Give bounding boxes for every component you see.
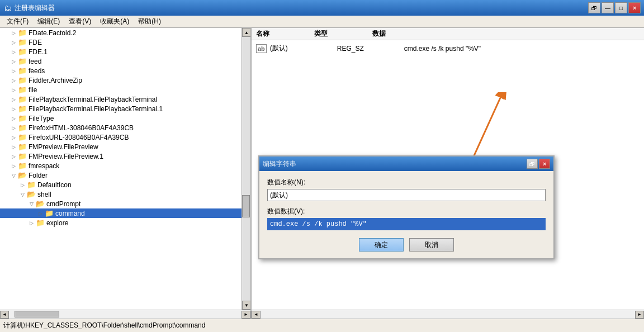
folder-icon: 📁	[18, 57, 27, 65]
status-bar: 计算机\HKEY_CLASSES_ROOT\Folder\shell\cmdPr…	[0, 319, 644, 332]
registry-entry[interactable]: ab (默认) REG_SZ cmd.exe /s /k pushd "%V"	[256, 42, 640, 54]
tree-item-fdatefactoid2[interactable]: ▷ 📁 FDate.Factoid.2	[0, 28, 242, 37]
tree-item-label: Folder	[29, 172, 48, 179]
folder-icon: 📁	[27, 181, 36, 189]
tree-item-fmpreview2[interactable]: ▷ 📁 FMPreview.FilePreview.1	[0, 151, 242, 161]
folder-open-icon: 📂	[27, 190, 36, 198]
menu-favorites[interactable]: 收藏夹(A)	[96, 16, 134, 27]
tree-arrow: ▷	[9, 135, 18, 140]
folder-icon: 📁	[18, 76, 27, 84]
tree-arrow-expanded: ▽	[9, 173, 18, 178]
close-button[interactable]: ✕	[628, 2, 641, 13]
tree-item-feeds[interactable]: ▷ 📁 feeds	[0, 66, 242, 75]
tree-item-label: file	[29, 86, 37, 94]
folder-icon: 📁	[18, 162, 27, 170]
folder-icon: 📁	[18, 48, 27, 56]
right-horizontal-scrollbar[interactable]: ◄ ►	[252, 310, 644, 319]
tree-arrow: ▷	[36, 211, 45, 216]
scroll-up-button[interactable]: ▲	[242, 28, 250, 37]
dialog-cancel-button[interactable]: 取消	[409, 238, 454, 252]
tree-item-fiddler[interactable]: ▷ 📁 Fiddler.ArchiveZip	[0, 75, 242, 85]
tree-arrow: ▷	[27, 220, 36, 226]
folder-icon: 📁	[18, 133, 27, 141]
tree-pane: ▷ 📁 FDate.Factoid.2 ▷ 📁 FDE ▷ 📁 FDE.1	[0, 28, 252, 319]
scroll-right-button[interactable]: ►	[635, 311, 644, 319]
tree-arrow: ▷	[9, 87, 18, 93]
scroll-down-button[interactable]: ▼	[242, 301, 250, 310]
dialog-confirm-button[interactable]: 确定	[359, 238, 404, 252]
tree-arrow: ▷	[9, 30, 18, 36]
tree-arrow: ▷	[9, 78, 18, 83]
edit-string-dialog: 编辑字符串 🗗 ✕ 数值名称(N): 数值数据(V): 确定 取消	[258, 155, 555, 259]
scroll-left-button[interactable]: ◄	[252, 311, 261, 319]
minimize-button[interactable]: —	[602, 2, 614, 13]
tree-item-label: FilePlaybackTerminal.FilePlaybackTermina…	[29, 96, 157, 103]
tree-arrow: ▷	[9, 49, 18, 55]
tree-arrow: ▷	[9, 68, 18, 74]
tree-item-file[interactable]: ▷ 📁 file	[0, 85, 242, 94]
reg-entry-type: REG_SZ	[337, 45, 404, 53]
dialog-data-input[interactable]	[267, 218, 546, 230]
folder-open-icon: 📂	[36, 200, 45, 208]
tree-item-explore[interactable]: ▷ 📁 explore	[0, 218, 242, 227]
app-icon: 🗂	[3, 3, 12, 12]
menu-view[interactable]: 查看(V)	[64, 16, 96, 27]
tree-item-label: cmdPrompt	[46, 200, 80, 208]
menu-file[interactable]: 文件(F)	[2, 16, 33, 27]
window-title: 注册表编辑器	[15, 3, 588, 13]
tree-item-label: FMPreview.FilePreview.1	[29, 153, 103, 160]
maximize-button[interactable]: □	[615, 2, 627, 13]
tree-item-label: Fiddler.ArchiveZip	[29, 77, 82, 84]
tree-item-fde1[interactable]: ▷ 📁 FDE.1	[0, 47, 242, 56]
tree-item-label: feed	[29, 58, 41, 65]
tree-item-firefoxurl[interactable]: ▷ 📁 FirefoxURL-308046B0AF4A39CB	[0, 132, 242, 142]
tree-arrow: ▷	[9, 154, 18, 159]
tree-item-feed[interactable]: ▷ 📁 feed	[0, 56, 242, 66]
tree-item-folder[interactable]: ▽ 📂 Folder	[0, 170, 242, 180]
tree-arrow: ▷	[9, 116, 18, 121]
tree-item-firefoxhtml[interactable]: ▷ 📁 FirefoxHTML-308046B0AF4A39CB	[0, 123, 242, 132]
tree-item-filetype[interactable]: ▷ 📁 FileType	[0, 113, 242, 123]
dialog-restore-button[interactable]: 🗗	[527, 159, 538, 169]
dialog-name-input[interactable]	[267, 189, 546, 201]
tree-item-fileplayback1[interactable]: ▷ 📁 FilePlaybackTerminal.FilePlaybackTer…	[0, 94, 242, 104]
tree-item-shell[interactable]: ▽ 📂 shell	[0, 189, 242, 199]
menu-help[interactable]: 帮助(H)	[134, 16, 165, 27]
dialog-title-bar: 编辑字符串 🗗 ✕	[259, 156, 553, 171]
tree-item-cmdprompt[interactable]: ▽ 📂 cmdPrompt	[0, 199, 242, 208]
dialog-close-button[interactable]: ✕	[539, 159, 550, 169]
tree-item-fmrespack[interactable]: ▷ 📁 fmrespack	[0, 161, 242, 170]
tree-arrow: ▷	[9, 40, 18, 45]
title-bar: 🗂 注册表编辑器 🗗 — □ ✕	[0, 0, 644, 16]
tree-item-defaulticon[interactable]: ▷ 📁 DefaultIcon	[0, 180, 242, 189]
folder-icon: 📁	[18, 114, 27, 122]
tree-item-command[interactable]: ▷ 📁 command	[0, 208, 242, 218]
folder-open-icon: 📂	[18, 171, 27, 179]
col-data: 数据	[372, 29, 386, 39]
col-type: 类型	[314, 29, 328, 39]
restore-button[interactable]: 🗗	[588, 2, 600, 13]
folder-icon: 📁	[18, 29, 27, 37]
tree-item-fde[interactable]: ▷ 📁 FDE	[0, 37, 242, 47]
folder-icon: 📁	[18, 95, 27, 103]
folder-icon: 📁	[36, 219, 45, 227]
tree-scroll[interactable]: ▷ 📁 FDate.Factoid.2 ▷ 📁 FDE ▷ 📁 FDE.1	[0, 28, 242, 310]
tree-arrow-expanded: ▽	[27, 201, 36, 207]
tree-arrow: ▷	[9, 163, 18, 169]
menu-edit[interactable]: 编辑(E)	[33, 16, 64, 27]
menu-bar: 文件(F) 编辑(E) 查看(V) 收藏夹(A) 帮助(H)	[0, 16, 644, 28]
tree-arrow: ▷	[9, 59, 18, 64]
tree-item-label: FDate.Factoid.2	[29, 29, 76, 37]
folder-icon: 📁	[18, 124, 27, 132]
folder-icon: 📁	[18, 143, 27, 151]
scroll-left-button[interactable]: ◄	[0, 311, 9, 319]
tree-item-fmpreview1[interactable]: ▷ 📁 FMPreview.FilePreview	[0, 142, 242, 151]
tree-item-label: FDE.1	[29, 48, 48, 56]
tree-item-fileplayback2[interactable]: ▷ 📁 FilePlaybackTerminal.FilePlaybackTer…	[0, 104, 242, 113]
reg-entry-data: cmd.exe /s /k pushd "%V"	[404, 45, 481, 53]
tree-item-label: explore	[46, 219, 68, 227]
tree-arrow: ▷	[9, 97, 18, 102]
scroll-right-button[interactable]: ►	[242, 311, 250, 319]
tree-horizontal-scrollbar[interactable]: ◄ ►	[0, 310, 250, 319]
tree-vertical-scrollbar[interactable]: ▲ ▼	[242, 28, 250, 310]
